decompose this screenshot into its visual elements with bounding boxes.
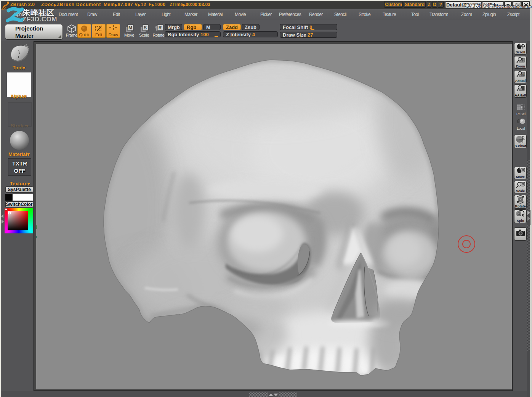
svg-text:x1: x1 — [521, 73, 524, 76]
svg-text:S: S — [144, 25, 147, 31]
svg-text:R: R — [159, 25, 162, 31]
svg-text:M: M — [128, 25, 132, 31]
